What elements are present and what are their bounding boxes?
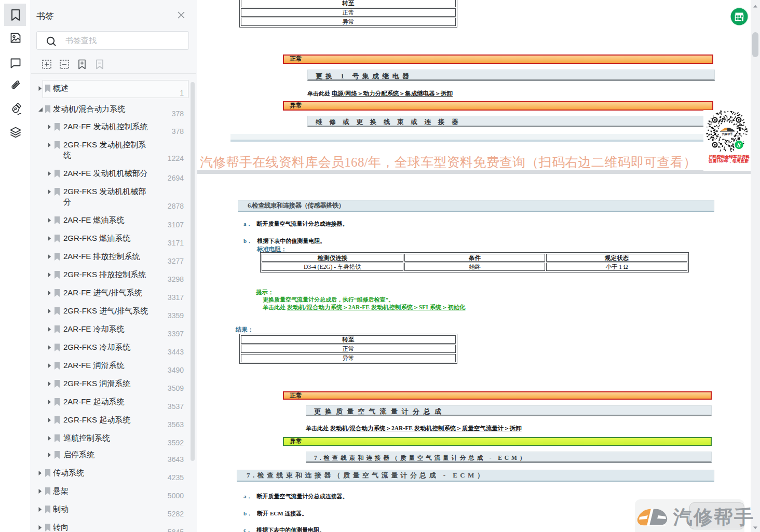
svg-text:汽修帮手: 汽修帮手 (722, 132, 734, 136)
